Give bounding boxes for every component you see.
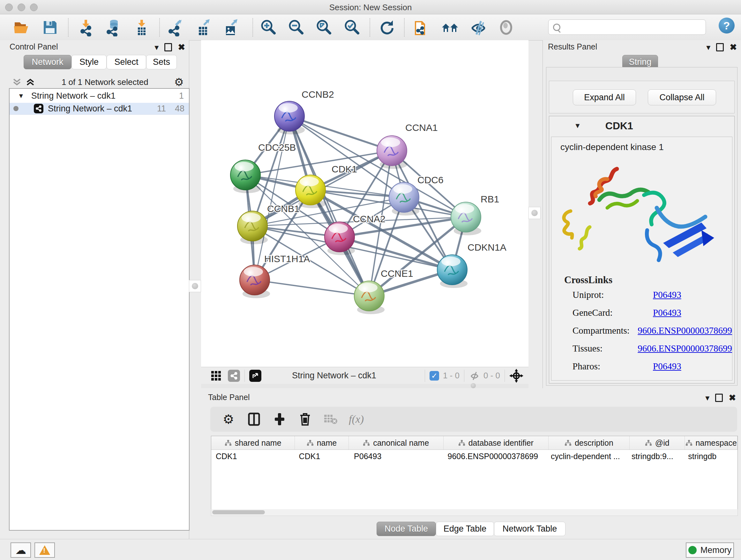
left-splitter-handle[interactable] xyxy=(189,280,201,292)
selected-checkbox[interactable]: ✓ xyxy=(429,371,439,381)
warning-button[interactable] xyxy=(35,543,55,558)
tab-edge-table[interactable]: Edge Table xyxy=(436,522,494,536)
search-field[interactable] xyxy=(548,19,706,35)
delete-table-icon[interactable] xyxy=(323,412,338,427)
network-collection-row[interactable]: ▼ String Network – cdk1 1 xyxy=(10,90,189,102)
column-header[interactable]: database identifier xyxy=(444,436,549,449)
add-column-icon[interactable] xyxy=(272,412,287,427)
application-window: Session: New Session xyxy=(0,0,741,560)
column-header[interactable]: shared name xyxy=(211,436,295,449)
import-table-icon[interactable] xyxy=(131,17,152,38)
float-panel-icon[interactable] xyxy=(715,394,723,402)
column-header[interactable]: canonical name xyxy=(349,436,444,449)
network-badge-icon[interactable] xyxy=(228,370,240,382)
function-builder-icon[interactable]: f(x) xyxy=(349,412,364,427)
toolbar-separator xyxy=(404,18,405,37)
zoom-in-icon[interactable] xyxy=(258,17,278,38)
open-external-icon[interactable] xyxy=(249,370,261,382)
float-panel-icon[interactable] xyxy=(164,43,172,51)
export-table-icon[interactable] xyxy=(193,17,213,38)
network-node[interactable]: HIST1H1A xyxy=(240,253,310,298)
memory-button[interactable]: Memory xyxy=(686,543,734,558)
section-collapse-icon[interactable]: ▼ xyxy=(574,122,581,130)
cloud-button[interactable]: ☁ xyxy=(10,543,31,558)
export-network-icon[interactable] xyxy=(165,17,185,38)
crosslink-link[interactable]: P06493 xyxy=(653,361,681,376)
collapse-all-icon[interactable] xyxy=(11,77,22,87)
tree-expand-icon[interactable]: ▼ xyxy=(18,92,24,100)
network-row[interactable]: String Network – cdk1 11 48 xyxy=(10,103,189,115)
tab-node-table[interactable]: Node Table xyxy=(377,522,436,536)
scrollbar-thumb[interactable] xyxy=(212,510,265,514)
close-panel-icon[interactable]: ✖ xyxy=(729,393,736,403)
network-edge[interactable] xyxy=(255,280,369,296)
close-panel-icon[interactable]: ✖ xyxy=(178,42,185,52)
network-node[interactable]: CCNA1 xyxy=(377,122,438,169)
table-cell[interactable]: CDK1 xyxy=(211,449,294,463)
collapse-panel-icon[interactable]: ▾ xyxy=(154,43,158,52)
network-node[interactable]: CDC6 xyxy=(389,175,444,215)
gene-section-header[interactable]: ▼ CDK1 xyxy=(549,116,734,135)
table-horizontal-scrollbar[interactable] xyxy=(211,509,738,516)
eye-slash-icon[interactable] xyxy=(468,17,488,38)
collapse-all-button[interactable]: Collapse All xyxy=(648,89,716,105)
crosslink-link[interactable]: P06493 xyxy=(653,290,681,304)
tab-sets[interactable]: Sets xyxy=(146,55,177,69)
horizontal-splitter[interactable] xyxy=(201,384,529,388)
save-icon[interactable] xyxy=(40,17,60,38)
expand-all-button[interactable]: Expand All xyxy=(573,89,636,105)
table-cell[interactable]: cyclin-dependent ... xyxy=(546,449,627,463)
gear-icon[interactable]: ⚙ xyxy=(221,412,236,427)
column-header[interactable]: namespace xyxy=(685,436,738,449)
float-panel-icon[interactable] xyxy=(716,43,724,51)
network-node[interactable]: RB1 xyxy=(451,194,499,235)
eye-gray-icon[interactable] xyxy=(496,17,516,38)
help-icon[interactable]: ? xyxy=(719,17,735,34)
network-from-file-icon[interactable] xyxy=(412,17,432,38)
close-panel-icon[interactable]: ✖ xyxy=(730,42,737,52)
tab-select[interactable]: Select xyxy=(107,55,146,69)
table-cell[interactable]: stringdb xyxy=(684,449,738,463)
table-cell[interactable]: 9606.ENSP00000378699 xyxy=(443,449,546,463)
network-node[interactable]: CCNE1 xyxy=(354,268,413,314)
search-icon xyxy=(553,23,560,31)
right-splitter-handle[interactable] xyxy=(529,207,541,219)
node-table: shared namenamecanonical namedatabase id… xyxy=(211,436,738,509)
network-node[interactable]: CDKN1A xyxy=(437,242,507,288)
collapse-panel-icon[interactable]: ▾ xyxy=(705,393,710,403)
column-header[interactable]: description xyxy=(549,436,630,449)
crosslink-link[interactable]: P06493 xyxy=(653,307,681,322)
column-header[interactable]: @id xyxy=(630,436,685,449)
zoom-selected-icon[interactable] xyxy=(341,17,362,38)
delete-column-icon[interactable] xyxy=(298,412,313,427)
column-type-icon xyxy=(363,440,370,446)
export-image-icon[interactable] xyxy=(221,17,241,38)
crosslink-link[interactable]: 9606.ENSP00000378699 xyxy=(637,343,732,358)
zoom-out-icon[interactable] xyxy=(286,17,306,38)
gear-icon[interactable]: ⚙ xyxy=(174,76,184,88)
collapse-panel-icon[interactable]: ▾ xyxy=(706,43,711,52)
columns-icon[interactable] xyxy=(247,412,261,427)
crosslink-link[interactable]: 9606.ENSP00000378699 xyxy=(637,325,732,340)
search-input[interactable] xyxy=(563,22,702,33)
houses-icon[interactable] xyxy=(440,17,461,38)
import-network-icon[interactable] xyxy=(76,17,97,38)
zoom-fit-icon[interactable] xyxy=(313,17,334,38)
tab-network[interactable]: Network xyxy=(23,55,71,69)
tab-style[interactable]: Style xyxy=(71,55,107,69)
birds-eye-toggle-icon[interactable] xyxy=(509,369,523,383)
table-cell[interactable]: stringdb:9... xyxy=(627,449,684,463)
edge-count: 48 xyxy=(175,104,185,114)
tab-network-table[interactable]: Network Table xyxy=(494,522,565,536)
table-panel-title: Table Panel xyxy=(208,393,250,401)
layout-refresh-icon[interactable] xyxy=(377,17,397,38)
network-view[interactable]: CCNB2CCNA1CDC25BCDK1CDC6RB1CCNB1CCNA2CDK… xyxy=(201,40,529,367)
grid-view-icon[interactable] xyxy=(210,370,222,382)
table-row[interactable]: CDK1CDK1P064939606.ENSP00000378699cyclin… xyxy=(211,449,738,463)
open-folder-icon[interactable] xyxy=(11,17,32,38)
table-cell[interactable]: CDK1 xyxy=(294,449,350,463)
import-database-icon[interactable] xyxy=(103,17,124,38)
expand-all-icon[interactable] xyxy=(25,77,36,87)
column-header[interactable]: name xyxy=(295,436,348,449)
table-cell[interactable]: P06493 xyxy=(349,449,443,463)
